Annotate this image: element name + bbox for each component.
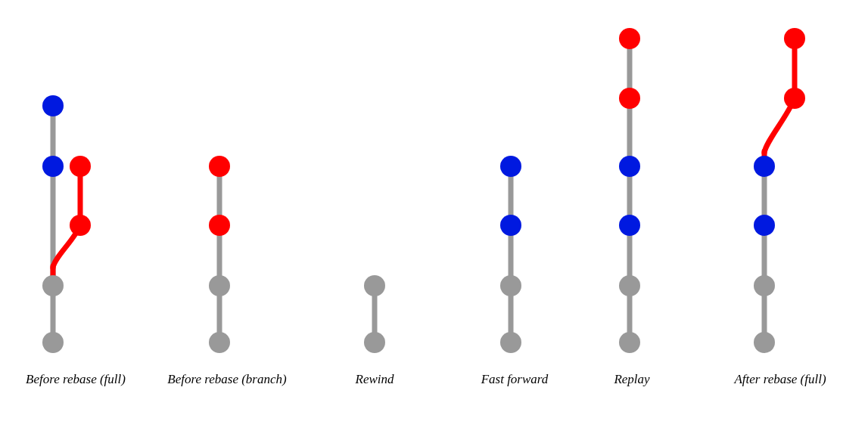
svg-point-17 [209,156,230,177]
label-before-rebase-branch: Before rebase (branch) [163,372,291,387]
svg-point-8 [42,156,64,177]
svg-point-6 [42,275,64,296]
svg-point-27 [500,156,521,177]
svg-point-10 [42,95,64,116]
svg-point-46 [754,215,775,236]
svg-point-5 [42,332,64,353]
svg-point-15 [209,275,230,296]
svg-point-36 [619,156,640,177]
label-after-rebase-full: After rebase (full) [723,372,837,387]
svg-point-7 [70,215,91,236]
svg-point-38 [619,28,640,49]
label-rewind: Rewind [337,372,412,387]
svg-point-37 [619,88,640,109]
label-replay: Replay [598,372,666,387]
svg-point-44 [754,332,775,353]
svg-point-20 [364,275,385,296]
svg-point-35 [619,215,640,236]
svg-point-16 [209,215,230,236]
svg-point-48 [784,88,805,109]
svg-point-26 [500,215,521,236]
svg-point-47 [754,156,775,177]
svg-point-24 [500,332,521,353]
svg-point-19 [364,332,385,353]
label-fast-forward: Fast forward [469,372,560,387]
svg-point-9 [70,156,91,177]
svg-point-49 [784,28,805,49]
svg-point-25 [500,275,521,296]
svg-point-33 [619,332,640,353]
svg-point-34 [619,275,640,296]
label-before-rebase-full: Before rebase (full) [15,372,136,387]
svg-point-45 [754,275,775,296]
svg-point-14 [209,332,230,353]
